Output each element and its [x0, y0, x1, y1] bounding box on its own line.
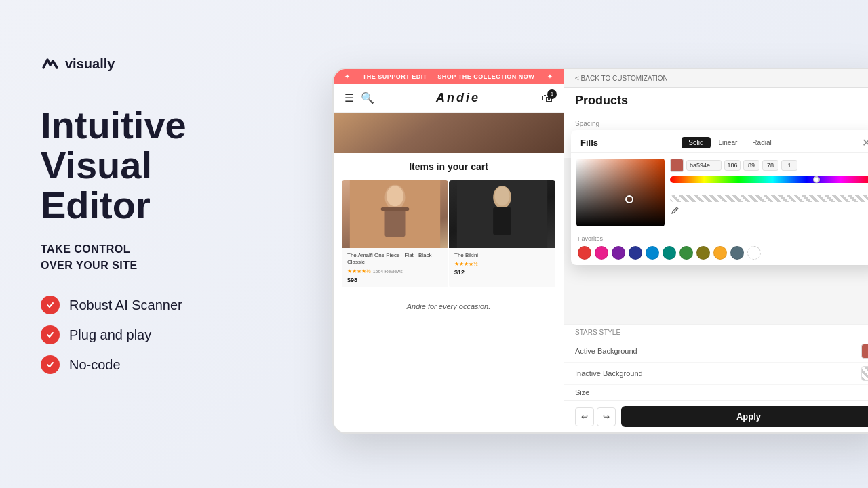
browser-mockup: ✦ — THE SUPPORT EDIT — SHOP THE COLLECTI…: [332, 68, 868, 434]
cp-header: Fills Solid Linear Radial ✕: [571, 130, 868, 153]
eyedropper-icon[interactable]: [670, 206, 868, 218]
size-row: Size: [564, 385, 868, 400]
product-price-2: $12: [454, 269, 550, 276]
svg-point-3: [387, 186, 403, 206]
color-a-input[interactable]: [781, 160, 797, 171]
cart-badge: 1: [547, 89, 557, 99]
color-gradient-picker[interactable]: [576, 159, 665, 226]
fav-color-1[interactable]: [578, 246, 591, 260]
nav-icons-left: ☰ 🔍: [344, 92, 374, 104]
inactive-bg-row: Inactive Background: [564, 363, 868, 385]
color-hex-input[interactable]: [686, 160, 722, 171]
gradient-cursor[interactable]: [625, 195, 633, 203]
fav-color-2[interactable]: [595, 246, 608, 260]
stars-style-label: STARS STYLE: [575, 329, 620, 336]
product-stars-1: ★★★★½ 1564 Reviews: [347, 268, 443, 274]
bottom-buttons: ↩ ↪ Apply: [564, 400, 868, 432]
color-picker-popup: Fills Solid Linear Radial ✕: [571, 130, 868, 265]
favorites-colors: [578, 246, 868, 260]
fav-color-8[interactable]: [696, 246, 710, 260]
hero-image-inner: [334, 113, 564, 153]
tab-radial[interactable]: Radial: [745, 137, 778, 148]
inactive-bg-swatch[interactable]: [861, 366, 868, 381]
fav-color-5[interactable]: [646, 246, 659, 260]
shop-navbar: ☰ 🔍 Andie 🛍 1: [334, 84, 564, 113]
alpha-slider[interactable]: [670, 195, 868, 202]
check-icon-1: [41, 296, 60, 314]
svg-point-8: [495, 186, 510, 205]
fav-color-9[interactable]: [713, 246, 727, 260]
editor-bottom: STARS STYLE Active Background Inactive B…: [564, 324, 868, 432]
color-preview-swatch[interactable]: [670, 159, 684, 172]
fav-color-6[interactable]: [663, 246, 676, 260]
cp-right-controls: [670, 159, 868, 226]
product-info-2: The Bikini - ★★★★½ $12: [449, 248, 555, 280]
active-bg-label: Active Background: [575, 347, 637, 355]
banner-text: — THE SUPPORT EDIT — SHOP THE COLLECTION…: [354, 73, 542, 80]
color-b-input[interactable]: [762, 160, 778, 171]
visually-logo-icon: [41, 54, 60, 73]
svg-rect-2: [385, 209, 406, 237]
cart-wrapper[interactable]: 🛍 1: [542, 92, 553, 104]
color-g-input[interactable]: [743, 160, 760, 171]
fav-color-3[interactable]: [612, 246, 625, 260]
banner-decoration-right: ✦: [547, 73, 553, 80]
stars-1: ★★★★½: [347, 268, 371, 274]
feature-item-1: Robust AI Scanner: [41, 296, 298, 314]
inactive-bg-label: Inactive Background: [575, 369, 643, 378]
fills-title: Fills: [580, 138, 598, 148]
svg-rect-4: [381, 207, 410, 211]
favorites-label: Favorites: [578, 235, 868, 242]
logo-text: visually: [65, 56, 115, 72]
feature-text-1: Robust AI Scanner: [69, 298, 182, 313]
shop-logo: Andie: [436, 91, 480, 105]
color-r-input[interactable]: [724, 160, 741, 171]
product-image-1: [342, 180, 448, 248]
panel-title: Products: [564, 88, 868, 113]
close-icon[interactable]: ✕: [862, 138, 868, 148]
review-count-1: 1564 Reviews: [373, 269, 403, 274]
apply-button[interactable]: Apply: [621, 406, 868, 427]
stars-style-section: STARS STYLE: [564, 324, 868, 340]
check-icon-2: [41, 325, 60, 344]
feature-text-2: Plug and play: [69, 327, 151, 343]
stars-2: ★★★★½: [454, 261, 478, 267]
spacing-label: Spacing: [575, 120, 868, 127]
check-icon-3: [41, 355, 60, 374]
product-card-1: The Amalfi One Piece - Flat - Black - Cl…: [342, 180, 448, 287]
undo-redo-group: ↩ ↪: [575, 407, 616, 426]
banner-decoration-left: ✦: [344, 73, 351, 80]
fav-color-4[interactable]: [629, 246, 642, 260]
menu-icon[interactable]: ☰: [344, 92, 354, 104]
product-name-1: The Amalfi One Piece - Flat - Black - Cl…: [347, 252, 443, 266]
svg-rect-7: [493, 207, 511, 235]
product-stars-2: ★★★★½: [454, 261, 550, 267]
left-panel: visually Intuitive Visual Editor TAKE CO…: [41, 54, 298, 374]
fav-color-7[interactable]: [679, 246, 693, 260]
tab-solid[interactable]: Solid: [682, 137, 710, 148]
undo-button[interactable]: ↩: [575, 407, 594, 426]
shop-banner: ✦ — THE SUPPORT EDIT — SHOP THE COLLECTI…: [334, 69, 564, 84]
back-link[interactable]: < BACK TO CUSTOMIZATION: [564, 69, 868, 88]
editor-panel: < BACK TO CUSTOMIZATION Products Spacing…: [564, 69, 868, 432]
tab-linear[interactable]: Linear: [712, 137, 745, 148]
hue-slider[interactable]: [670, 176, 868, 183]
cp-body: [571, 153, 868, 232]
size-label: Size: [575, 388, 589, 396]
cp-tabs: Solid Linear Radial: [682, 137, 778, 148]
fav-color-empty[interactable]: [747, 246, 761, 260]
logo: visually: [41, 54, 298, 73]
feature-text-3: No-code: [69, 357, 121, 373]
shop-footer: Andie for every occasion.: [334, 293, 564, 320]
cp-favorites: Favorites: [571, 232, 868, 265]
feature-item-2: Plug and play: [41, 325, 298, 344]
search-icon[interactable]: 🔍: [361, 92, 374, 104]
fav-color-10[interactable]: [730, 246, 744, 260]
feature-item-3: No-code: [41, 355, 298, 374]
mobile-preview: ✦ — THE SUPPORT EDIT — SHOP THE COLLECTI…: [334, 69, 564, 432]
hero-image: [334, 113, 564, 153]
product-name-2: The Bikini -: [454, 252, 550, 259]
redo-button[interactable]: ↪: [597, 407, 616, 426]
active-bg-swatch[interactable]: [861, 344, 868, 359]
main-headline: Intuitive Visual Editor: [41, 106, 298, 225]
